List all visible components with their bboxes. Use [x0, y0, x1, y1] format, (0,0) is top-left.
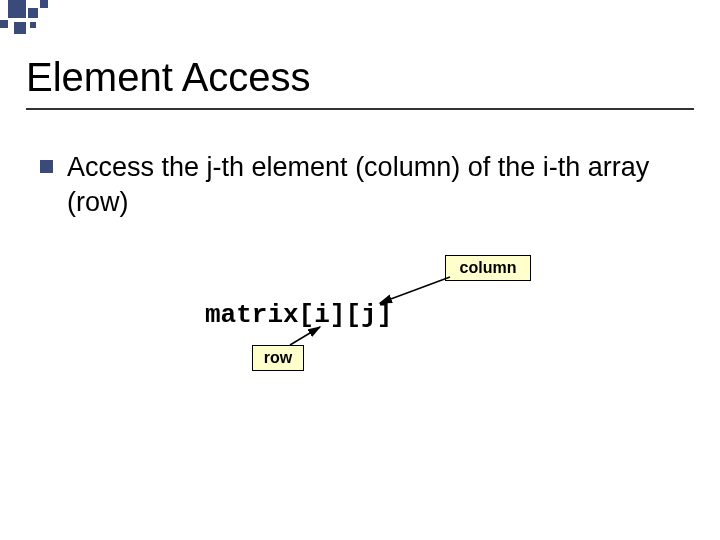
slide: Element Access Access the j-th element (… [0, 0, 720, 540]
row-label: row [252, 345, 304, 371]
bullet-item: Access the j-th element (column) of the … [40, 150, 700, 220]
slide-title: Element Access [26, 55, 311, 100]
bullet-marker-icon [40, 160, 53, 173]
arrows-svg [0, 245, 720, 445]
code-expression: matrix[i][j] [205, 300, 392, 330]
column-label: column [445, 255, 531, 281]
title-underline [26, 108, 694, 110]
bullet-text: Access the j-th element (column) of the … [67, 150, 700, 220]
code-diagram: column matrix[i][j] row [0, 245, 720, 445]
